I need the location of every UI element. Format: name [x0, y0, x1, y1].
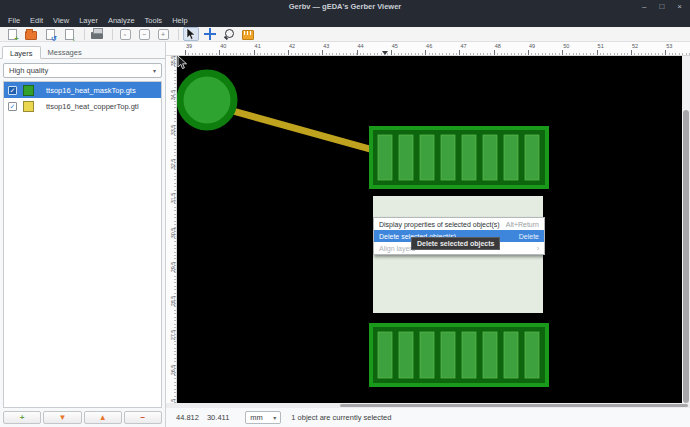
horizontal-ruler: 394041424344454647484950515253 [166, 42, 690, 56]
menu-tools[interactable]: Tools [140, 16, 168, 25]
layer-color-swatch[interactable] [23, 85, 34, 96]
magnifier-icon [223, 28, 235, 40]
layer-list: ✓ ttsop16_heat_maskTop.gts ✓ ttsop16_hea… [3, 81, 162, 408]
open-file-button[interactable] [23, 27, 39, 41]
left-panel: Layers Messages High quality ▾ ✓ ttsop16… [0, 42, 166, 427]
layer-buttons: + ▼ ▲ − [3, 411, 162, 424]
title-bar: Gerbv — gEDA's Gerber Viewer – □ × [0, 0, 690, 13]
layer-visibility-checkbox[interactable]: ✓ [8, 86, 17, 95]
cursor-y-coordinate: 30.411 [207, 413, 229, 422]
selection-status-message: 1 object are currently selected [291, 413, 391, 422]
zoom-out-button[interactable]: − [136, 27, 152, 41]
layer-row-coppertop[interactable]: ✓ ttsop16_heat_copperTop.gtl [4, 98, 161, 114]
window-controls: – □ × [642, 0, 682, 13]
mouse-cursor-icon [177, 56, 187, 70]
save-icon: ↓ [65, 29, 74, 40]
render-quality-value: High quality [9, 66, 48, 75]
toolbar: + ↺ ↓ ▫ − + [0, 27, 690, 42]
units-select[interactable]: mm ▾ [245, 411, 281, 424]
vertical-scrollbar-thumb[interactable] [683, 110, 689, 403]
menu-layer[interactable]: Layer [74, 16, 103, 25]
move-layer-down-button[interactable]: ▼ [43, 411, 81, 424]
revert-icon: ↺ [46, 29, 55, 40]
accel-label: Alt+Return [506, 221, 539, 228]
tab-layers[interactable]: Layers [2, 46, 41, 59]
zoom-in-button[interactable]: + [155, 27, 171, 41]
add-layer-button[interactable]: + [3, 411, 41, 424]
layer-row-masktop[interactable]: ✓ ttsop16_heat_maskTop.gts [4, 82, 161, 98]
chevron-down-icon: ▾ [153, 67, 156, 74]
revert-button[interactable]: ↺ [42, 27, 58, 41]
close-icon[interactable]: × [677, 0, 682, 13]
print-icon [91, 32, 103, 39]
open-folder-icon [25, 31, 37, 40]
submenu-arrow-icon: › [537, 245, 539, 252]
minimize-icon[interactable]: – [642, 0, 646, 13]
horizontal-scrollbar-thumb[interactable] [340, 404, 688, 407]
menu-analyze[interactable]: Analyze [103, 16, 140, 25]
vertical-scrollbar[interactable] [682, 56, 690, 403]
menu-edit[interactable]: Edit [25, 16, 48, 25]
tooltip: Delete selected objects [411, 237, 500, 250]
zoom-out-icon: − [139, 29, 150, 40]
zoom-fit-button[interactable]: ▫ [117, 27, 133, 41]
measure-icon [242, 30, 254, 40]
toolbar-separator [112, 29, 113, 40]
canvas-area: 394041424344454647484950515253 35.534.53… [166, 42, 690, 427]
move-layer-up-button[interactable]: ▲ [84, 411, 122, 424]
zoom-tool-button[interactable] [221, 27, 237, 41]
maximize-icon[interactable]: □ [659, 0, 664, 13]
gerber-canvas[interactable]: Display properties of selected object(s)… [177, 56, 682, 403]
layer-name: ttsop16_heat_maskTop.gts [46, 86, 136, 95]
remove-layer-button[interactable]: − [124, 411, 162, 424]
layer-visibility-checkbox[interactable]: ✓ [8, 102, 17, 111]
render-quality-select[interactable]: High quality ▾ [3, 63, 162, 78]
pan-icon [204, 28, 216, 40]
menu-bar: File Edit View Layer Analyze Tools Help [0, 13, 690, 27]
pointer-tool-button[interactable] [183, 27, 199, 41]
menu-file[interactable]: File [3, 16, 25, 25]
panel-tabs: Layers Messages [0, 44, 165, 59]
new-file-icon: + [8, 29, 17, 40]
zoom-fit-icon: ▫ [120, 29, 131, 40]
horizontal-scrollbar[interactable] [166, 403, 690, 408]
cursor-x-coordinate: 44.812 [176, 413, 199, 422]
save-button[interactable]: ↓ [61, 27, 77, 41]
app-window: Gerbv — gEDA's Gerber Viewer – □ × File … [0, 0, 690, 427]
tab-messages[interactable]: Messages [41, 46, 89, 58]
new-file-button[interactable]: + [4, 27, 20, 41]
zoom-in-icon: + [158, 29, 169, 40]
status-bar: 44.812 30.411 mm ▾ 1 object are currentl… [166, 408, 690, 427]
layer-name: ttsop16_heat_copperTop.gtl [46, 102, 139, 111]
layer-color-swatch[interactable] [23, 101, 34, 112]
window-title: Gerbv — gEDA's Gerber Viewer [0, 2, 690, 11]
print-button[interactable] [89, 27, 105, 41]
toolbar-separator [84, 29, 85, 40]
ruler-cursor-marker [382, 51, 388, 55]
menu-help[interactable]: Help [167, 16, 192, 25]
pan-tool-button[interactable] [202, 27, 218, 41]
chevron-down-icon: ▾ [273, 414, 276, 421]
measure-tool-button[interactable] [240, 27, 256, 41]
units-value: mm [250, 413, 263, 422]
vertical-ruler: 35.534.533.532.531.530.529.528.527.526.5… [166, 56, 177, 403]
toolbar-separator [178, 29, 179, 40]
menu-item-display-properties[interactable]: Display properties of selected object(s)… [374, 218, 544, 230]
pointer-icon [186, 28, 196, 40]
menu-view[interactable]: View [48, 16, 74, 25]
accel-label: Delete [519, 233, 539, 240]
